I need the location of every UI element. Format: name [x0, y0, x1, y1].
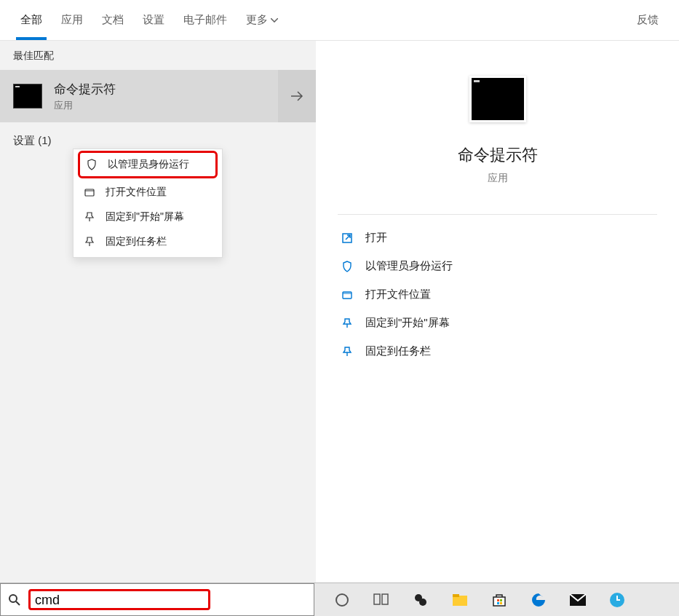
expand-result-button[interactable] [278, 70, 316, 122]
cortana-icon[interactable] [333, 591, 351, 609]
pin-icon [84, 211, 95, 223]
task-view-icon[interactable] [373, 591, 390, 609]
best-match-label: 最佳匹配 [0, 41, 316, 70]
clock-icon[interactable] [608, 591, 626, 609]
preview-subtitle: 应用 [488, 172, 508, 185]
edge-icon[interactable] [530, 591, 547, 609]
ctx-run-as-admin[interactable]: 以管理员身份运行 [78, 151, 218, 178]
svg-rect-0 [85, 189, 94, 196]
ctx-pin-start[interactable]: 固定到"开始"屏幕 [74, 205, 222, 229]
ctx-label: 固定到"开始"屏幕 [106, 210, 184, 224]
ctx-open-location[interactable]: 打开文件位置 [74, 180, 222, 205]
action-label: 打开 [365, 231, 387, 245]
shield-icon [86, 159, 98, 170]
tab-settings[interactable]: 设置 [143, 0, 164, 40]
pin-icon [84, 236, 95, 248]
result-subtitle: 应用 [54, 99, 116, 112]
svg-rect-10 [453, 594, 459, 597]
taskbar [314, 583, 679, 616]
tab-more-label: 更多 [246, 13, 268, 27]
ctx-label: 固定到任务栏 [106, 235, 167, 248]
svg-point-3 [9, 595, 17, 602]
action-pin-start[interactable]: 固定到"开始"屏幕 [338, 309, 657, 337]
search-box-container [0, 583, 314, 616]
folder-icon [84, 186, 95, 198]
action-label: 固定到任务栏 [365, 344, 431, 358]
feedback-link[interactable]: 反馈 [637, 13, 659, 27]
chevron-down-icon [271, 18, 278, 23]
tab-all[interactable]: 全部 [20, 0, 42, 40]
file-explorer-icon[interactable] [451, 591, 469, 609]
results-panel: 最佳匹配 命令提示符 应用 设置 (1) 以管理员身份运行 [0, 41, 316, 583]
preview-panel: 命令提示符 应用 打开 以管理员身份运行 打开文件位置 [316, 41, 679, 583]
svg-rect-9 [453, 596, 467, 606]
tab-email[interactable]: 电子邮件 [183, 0, 227, 40]
svg-point-8 [419, 599, 426, 606]
result-title: 命令提示符 [54, 81, 116, 98]
context-menu: 以管理员身份运行 打开文件位置 固定到"开始"屏幕 固定到任务栏 [73, 149, 223, 258]
ctx-label: 以管理员身份运行 [108, 158, 189, 171]
svg-rect-15 [500, 602, 502, 604]
svg-rect-5 [374, 594, 380, 604]
svg-point-4 [336, 594, 348, 606]
tab-apps[interactable]: 应用 [61, 0, 83, 40]
cmd-app-icon [13, 84, 42, 108]
tab-documents[interactable]: 文档 [102, 0, 124, 40]
store-icon[interactable] [491, 591, 508, 609]
divider [338, 214, 657, 215]
folder-icon [341, 288, 354, 301]
action-label: 固定到"开始"屏幕 [365, 316, 450, 330]
arrow-right-icon [290, 91, 303, 101]
svg-rect-14 [497, 602, 499, 604]
action-open[interactable]: 打开 [338, 224, 657, 252]
search-icon [1, 593, 28, 607]
open-icon [341, 232, 354, 245]
action-open-location[interactable]: 打开文件位置 [338, 280, 657, 309]
action-label: 以管理员身份运行 [365, 259, 453, 273]
best-match-result[interactable]: 命令提示符 应用 [0, 70, 316, 122]
pin-icon [341, 345, 354, 358]
svg-rect-12 [497, 599, 499, 601]
tab-more[interactable]: 更多 [246, 0, 278, 40]
search-input[interactable] [35, 593, 204, 608]
shield-icon [341, 260, 354, 273]
ctx-pin-taskbar[interactable]: 固定到任务栏 [74, 229, 222, 254]
mail-icon[interactable] [569, 591, 587, 609]
pin-icon [341, 317, 354, 330]
action-pin-taskbar[interactable]: 固定到任务栏 [338, 337, 657, 366]
svg-rect-6 [382, 594, 388, 604]
action-run-as-admin[interactable]: 以管理员身份运行 [338, 252, 657, 280]
action-label: 打开文件位置 [365, 288, 431, 301]
preview-title: 命令提示符 [458, 144, 538, 166]
preview-app-icon [469, 76, 526, 122]
header-tabs-bar: 全部 应用 文档 设置 电子邮件 更多 反馈 [0, 0, 679, 41]
svg-rect-2 [343, 292, 352, 299]
svg-rect-13 [500, 599, 502, 601]
ctx-label: 打开文件位置 [106, 186, 167, 199]
app-icon[interactable] [412, 591, 429, 609]
